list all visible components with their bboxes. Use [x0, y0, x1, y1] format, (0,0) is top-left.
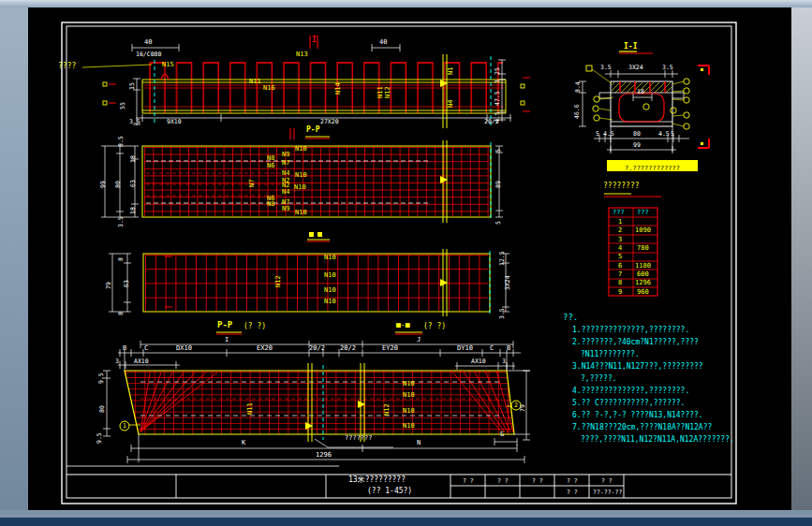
spacing-note: 16/C080 — [136, 51, 161, 58]
plan-dim-g: G — [500, 431, 504, 438]
plan-dim-k: K — [242, 440, 245, 446]
plan-callout-2: 2 — [514, 402, 518, 409]
pp-dim-18b: 18 — [130, 207, 137, 214]
bb-dim-12-5: 12.5 — [499, 251, 506, 266]
highlighted-note-text: ?.???????????? — [625, 165, 680, 172]
leader-note: ???? — [58, 63, 76, 70]
rebar-label-n11: N11 — [249, 79, 261, 85]
table-header-col2: ??? — [637, 210, 649, 216]
plan-label-n10d: N10 — [403, 423, 415, 430]
table-title: ???????? — [603, 183, 640, 190]
dim-25: 25 — [495, 67, 501, 75]
dim-4-5: 4.5 — [495, 111, 501, 123]
dim-40-right: 40 — [379, 39, 387, 46]
titleblock-cell: ? ? — [497, 478, 509, 485]
dim-47-5: 47.5 — [495, 91, 501, 106]
plan-sub-ax10-left: AX10 — [134, 358, 149, 365]
plan-chain-b1: B — [123, 345, 126, 352]
ii-dim-3-5b: 3.5 — [662, 65, 673, 71]
ii-dim-99: 99 — [633, 142, 641, 149]
pp-dim-89: 89 — [495, 181, 502, 188]
bb-section-title-suffix: (? ?) — [423, 323, 446, 330]
table-row-no: 7 — [618, 271, 622, 278]
titleblock-cell: ? ? — [601, 478, 613, 485]
bb-dim-3-5: 3.5 — [499, 308, 506, 319]
plan-chain-202b: 20/2 — [340, 345, 356, 352]
ii-dim-18: 18 — [637, 89, 644, 95]
pp-label-n10d: N10 — [295, 210, 307, 216]
ii-dim-46-6: 46.6 — [574, 104, 581, 119]
titleblock-cell: ? ? — [532, 478, 543, 485]
rebar-label-n15: N15 — [162, 62, 174, 68]
pp-dim-5a: 5 — [495, 149, 502, 153]
rebar-label-n14: N14 — [335, 82, 342, 95]
bb-dim-8b: 8 — [118, 312, 125, 315]
note-line: 6.?? ?-?,?-? ????N13,N14????. — [572, 412, 703, 419]
dim-15: 15 — [129, 82, 136, 90]
pp-label-n8a: N8 — [267, 155, 274, 162]
note-line: ?N11????????. — [581, 351, 640, 358]
note-line: ????,????N11,N12?N11A,N12A???????. — [581, 436, 734, 444]
bb-dim-79: 79 — [106, 282, 112, 289]
table-row-no: 3 — [618, 237, 622, 243]
pp-label-n4a: N4 — [282, 170, 289, 177]
highlighted-note: ?.???????????? — [607, 160, 698, 171]
plan-callout-1: 1 — [123, 423, 126, 430]
plan-chain-c1: C — [144, 345, 148, 352]
pp-label-n10a: N10 — [295, 146, 307, 153]
pp-label-n9a: N9 — [282, 152, 289, 158]
table-row-val: 780 — [637, 245, 649, 252]
table-header-col1: ??? — [613, 210, 625, 216]
rebar-label-n13: N13 — [296, 51, 308, 58]
bb-label-n10a: N10 — [324, 255, 336, 261]
plan-sub-ax10-right: AX10 — [471, 358, 486, 365]
plan-chain-202a: 20/2 — [309, 345, 325, 352]
dim-3-5: 3.5 — [129, 119, 140, 125]
bb-label-n10c: N10 — [324, 287, 336, 294]
ii-dim-5b: 5 — [671, 131, 674, 138]
plan-edge-note: ??????? — [345, 435, 373, 442]
plan-chain-dy10: DY10 — [457, 345, 473, 352]
pp-label-n6a: N6 — [267, 163, 274, 169]
dim-3: 3 — [495, 80, 501, 83]
table-row-no: 8 — [618, 280, 622, 286]
pp-dim-5b: 5 — [495, 221, 502, 225]
note-line: 3.N14???N11,N127???,????????? — [572, 363, 703, 371]
titleblock-cell: ? ? — [567, 489, 578, 496]
titleblock-date-cell: ??-??-?? — [593, 489, 622, 496]
rebar-label-n12: N12 — [385, 86, 391, 98]
table-row-val: 1090 — [635, 227, 651, 234]
plan-seg-i: I — [225, 337, 229, 343]
drawing-title-line2: (?? 1-45?) — [367, 488, 412, 495]
plan-dim-80: 80 — [99, 405, 106, 413]
pp-label-n4b: N4 — [282, 189, 289, 196]
pp-section-title-suffix: (? ?) — [244, 323, 266, 330]
plan-chain-dx10: DX10 — [176, 345, 192, 352]
pp-dim-18a: 18 — [130, 155, 137, 163]
bb-section-title: ■-■ — [396, 322, 409, 329]
dim-27x20: 27X20 — [320, 119, 339, 125]
ii-dim-8-4: 8.4 — [575, 81, 582, 93]
pp-dim-99: 99 — [100, 181, 107, 188]
pp-label-n10c: N10 — [294, 184, 306, 191]
table-row-no: 2 — [618, 227, 622, 234]
section-ii-title: I-I — [624, 43, 637, 51]
table-row-no: 9 — [618, 289, 622, 296]
chrome-top — [0, 0, 812, 7]
plan-seg-j: J — [417, 337, 421, 343]
pp-section-title: P-P — [217, 321, 232, 329]
ii-dim-3x24: 3X24 — [628, 65, 643, 71]
note-line: 4.??????????????,????????. — [572, 387, 689, 395]
titleblock-cell: ? ? — [463, 478, 474, 485]
plan-sub-3-right: 3 — [502, 358, 506, 365]
plan-label-n11: N11 — [247, 402, 254, 415]
dim-9x10: 9X10 — [167, 119, 182, 125]
bb-label-n12: N12 — [275, 275, 282, 287]
plan-label-n10c: N10 — [403, 408, 415, 415]
table-row-no: 6 — [618, 263, 622, 270]
drawing-title-line1: 13米????????? — [348, 476, 406, 484]
table-row-val: 600 — [637, 271, 649, 278]
section-marker-i: I — [312, 37, 317, 44]
plan-dim-total: 1296 — [316, 452, 332, 459]
plan-sub-3-left: 3 — [115, 358, 119, 365]
